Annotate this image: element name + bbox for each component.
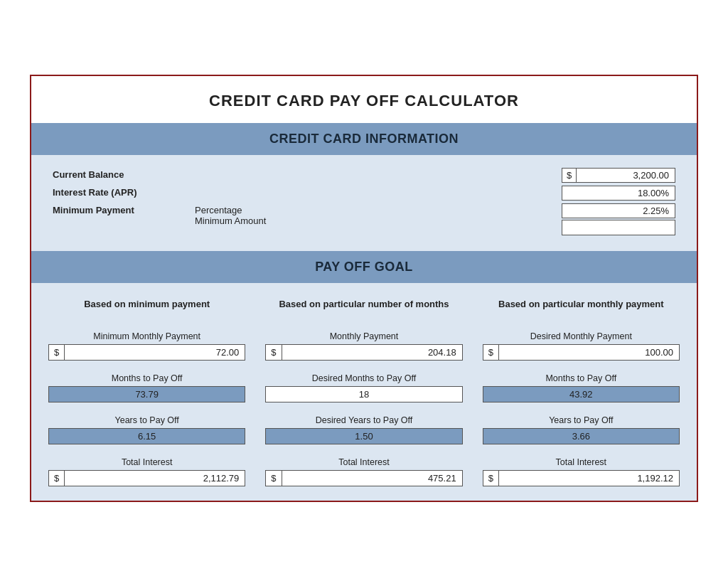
dollar-icon-6: $: [483, 471, 499, 486]
dollar-icon-5: $: [483, 345, 499, 360]
col-header-months: Based on particular number of months: [279, 290, 449, 319]
min-monthly-payment-value: 72.00: [65, 345, 245, 360]
min-monthly-payment-label: Minimum Monthly Payment: [93, 331, 200, 341]
desired-months-label: Desired Months to Pay Off: [312, 373, 416, 383]
total-interest-input-2[interactable]: $ 475.21: [265, 470, 462, 486]
months-payoff-label-3: Months to Pay Off: [545, 373, 616, 383]
payoff-col-monthly: Based on particular monthly payment Desi…: [473, 283, 690, 488]
monthly-payment-value-2: 204.18: [282, 345, 462, 360]
dollar-icon-4: $: [266, 471, 282, 486]
months-payoff-value-3: 43.92: [483, 386, 680, 402]
monthly-payment-label-2: Monthly Payment: [330, 331, 399, 341]
months-payoff-label-1: Months to Pay Off: [112, 373, 183, 383]
total-interest-input-3[interactable]: $ 1,192.12: [483, 470, 680, 486]
years-payoff-label-3: Years to Pay Off: [549, 415, 613, 425]
dollar-sign: $: [562, 169, 577, 182]
total-interest-input-1[interactable]: $ 2,112.79: [48, 470, 245, 486]
calculator-container: CREDIT CARD PAY OFF CALCULATOR CREDIT CA…: [30, 75, 698, 502]
current-balance-middle: [195, 168, 562, 169]
desired-months-input[interactable]: 18: [265, 386, 462, 402]
payoff-col-months: Based on particular number of months Mon…: [255, 283, 472, 488]
interest-rate-input[interactable]: 18.00%: [562, 186, 675, 201]
dollar-icon-1: $: [49, 345, 65, 360]
payoff-section-header: PAY OFF GOAL: [31, 251, 697, 283]
percentage-label: Percentage: [195, 205, 562, 215]
desired-years-label: Desired Years to Pay Off: [316, 415, 413, 425]
page-title: CREDIT CARD PAY OFF CALCULATOR: [31, 76, 697, 123]
current-balance-row: Current Balance $ 3,200.00: [53, 168, 675, 184]
desired-monthly-label: Desired Monthly Payment: [530, 331, 632, 341]
total-interest-label-1: Total Interest: [122, 457, 173, 467]
minimum-amount-label: Minimum Amount: [195, 215, 562, 226]
dollar-icon-2: $: [49, 471, 65, 486]
current-balance-label: Current Balance: [53, 168, 195, 180]
years-payoff-value-3: 3.66: [483, 428, 680, 444]
interest-rate-value: 18.00%: [562, 186, 675, 200]
min-monthly-payment-input[interactable]: $ 72.00: [48, 344, 245, 361]
minimum-amount-input[interactable]: [562, 220, 675, 235]
credit-card-section-header: CREDIT CARD INFORMATION: [31, 123, 697, 155]
minimum-payment-row: Minimum Payment Percentage Minimum Amoun…: [53, 203, 675, 237]
dollar-icon-3: $: [266, 345, 282, 360]
current-balance-value: 3,200.00: [577, 169, 675, 182]
total-interest-label-3: Total Interest: [556, 457, 607, 467]
current-balance-value-group: $ 3,200.00: [562, 168, 675, 184]
minimum-payment-middle: Percentage Minimum Amount: [195, 203, 562, 226]
desired-monthly-input[interactable]: $ 100.00: [483, 344, 680, 361]
minimum-payment-pct-input[interactable]: 2.25%: [562, 203, 675, 218]
total-interest-value-3: 1,192.12: [499, 471, 679, 486]
desired-years-value: 1.50: [265, 428, 462, 444]
desired-monthly-value: 100.00: [499, 345, 679, 360]
payoff-columns: Based on minimum payment Minimum Monthly…: [31, 283, 697, 488]
total-interest-value-1: 2,112.79: [65, 471, 245, 486]
total-interest-label-2: Total Interest: [338, 457, 390, 467]
years-payoff-label-1: Years to Pay Off: [114, 415, 178, 425]
col-header-monthly: Based on particular monthly payment: [498, 290, 664, 319]
col-header-minimum: Based on minimum payment: [84, 290, 210, 319]
payoff-goal-section: Based on minimum payment Minimum Monthly…: [31, 283, 697, 501]
interest-rate-row: Interest Rate (APR) 18.00%: [53, 186, 675, 202]
monthly-payment-input-2[interactable]: $ 204.18: [265, 344, 462, 361]
interest-rate-label: Interest Rate (APR): [53, 186, 195, 198]
total-interest-value-2: 475.21: [282, 471, 462, 486]
minimum-payment-value-group: 2.25%: [562, 203, 675, 237]
minimum-payment-label: Minimum Payment: [53, 203, 195, 215]
credit-card-info: Current Balance $ 3,200.00 Interest Rate…: [31, 155, 697, 251]
months-payoff-value-1: 73.79: [48, 386, 245, 402]
interest-rate-value-group: 18.00%: [562, 186, 675, 202]
minimum-payment-pct-value: 2.25%: [562, 204, 675, 218]
current-balance-input[interactable]: $ 3,200.00: [562, 168, 675, 183]
interest-rate-middle: [195, 186, 562, 187]
payoff-col-minimum: Based on minimum payment Minimum Monthly…: [38, 283, 255, 488]
years-payoff-value-1: 6.15: [48, 428, 245, 444]
